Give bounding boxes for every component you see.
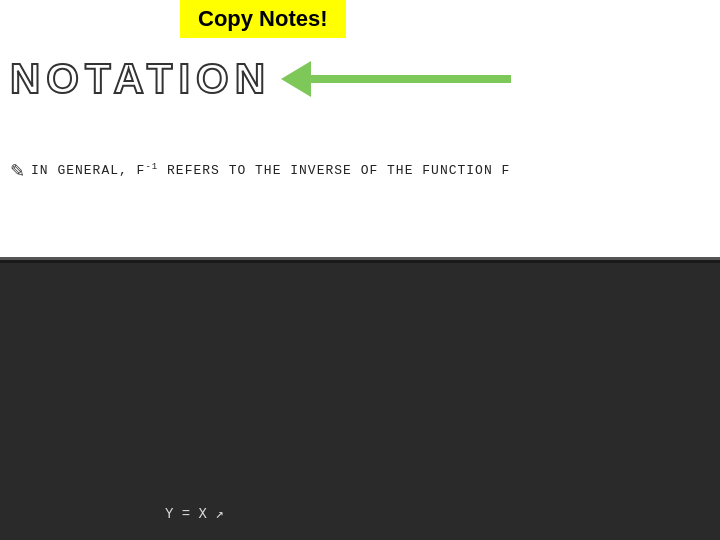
diagonal-arrow-icon: ↗ [215, 506, 223, 522]
arrow-head [281, 61, 311, 97]
arrow-shaft [311, 75, 511, 83]
notation-title-area: NOTATION [10, 55, 511, 103]
left-arrow [281, 61, 511, 97]
bottom-panel: ✎ The graph of a function's reflection a… [0, 263, 720, 540]
superscript: -1 [145, 162, 158, 172]
top-panel: Copy Notes! NOTATION ✎ IN GENERAL, F-1 R… [0, 0, 720, 260]
general-note-area: ✎ IN GENERAL, F-1 REFERS TO THE INVERSE … [10, 160, 710, 182]
y-equals-x-label: Y = X ↗ [165, 505, 224, 522]
copy-notes-label: Copy Notes! [198, 6, 328, 31]
copy-notes-banner: Copy Notes! [180, 0, 346, 38]
y-equals-x-text: Y = X [165, 506, 207, 522]
notation-text: NOTATION [10, 55, 271, 103]
pencil-icon: ✎ [10, 160, 25, 182]
general-note-text: IN GENERAL, F-1 REFERS TO THE INVERSE OF… [31, 161, 510, 181]
